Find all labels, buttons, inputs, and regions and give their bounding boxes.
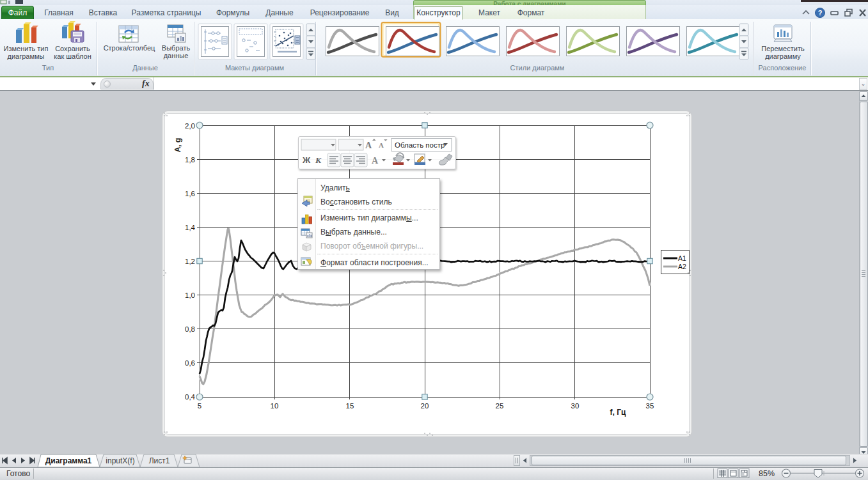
svg-text:5: 5	[198, 402, 201, 410]
svg-text:0,6: 0,6	[185, 359, 195, 367]
svg-text:A: A	[379, 141, 384, 149]
svg-text:A, g: A, g	[173, 138, 182, 153]
svg-text:Область постр: Область постр	[395, 141, 445, 149]
svg-text:35: 35	[646, 402, 654, 410]
svg-text:1,6: 1,6	[185, 190, 195, 197]
svg-text:К: К	[315, 155, 322, 165]
svg-text:A1: A1	[678, 254, 686, 262]
svg-text:15: 15	[346, 402, 354, 410]
svg-text:0,8: 0,8	[185, 325, 195, 333]
svg-text:Диаграмма1: Диаграмма1	[45, 456, 92, 465]
svg-text:10: 10	[271, 402, 279, 410]
svg-text:A2: A2	[678, 263, 686, 270]
svg-text:20: 20	[421, 402, 429, 410]
svg-text:85%: 85%	[759, 469, 775, 478]
svg-text:A: A	[372, 156, 379, 166]
svg-text:1,0: 1,0	[185, 291, 195, 299]
svg-text:25: 25	[496, 402, 504, 410]
svg-text:Лист1: Лист1	[149, 456, 170, 465]
svg-text:1,2: 1,2	[185, 258, 195, 265]
svg-text:30: 30	[571, 402, 580, 410]
svg-text:inputX(f): inputX(f)	[106, 456, 134, 465]
svg-text:A: A	[365, 141, 372, 150]
svg-text:0,4: 0,4	[185, 393, 196, 401]
svg-text:Ж: Ж	[302, 155, 311, 165]
svg-text:1,4: 1,4	[185, 224, 196, 231]
svg-text:f, Гц: f, Гц	[610, 408, 626, 417]
svg-text:1,8: 1,8	[185, 156, 195, 164]
svg-text:?: ?	[818, 9, 823, 17]
svg-text:2,0: 2,0	[185, 122, 195, 130]
